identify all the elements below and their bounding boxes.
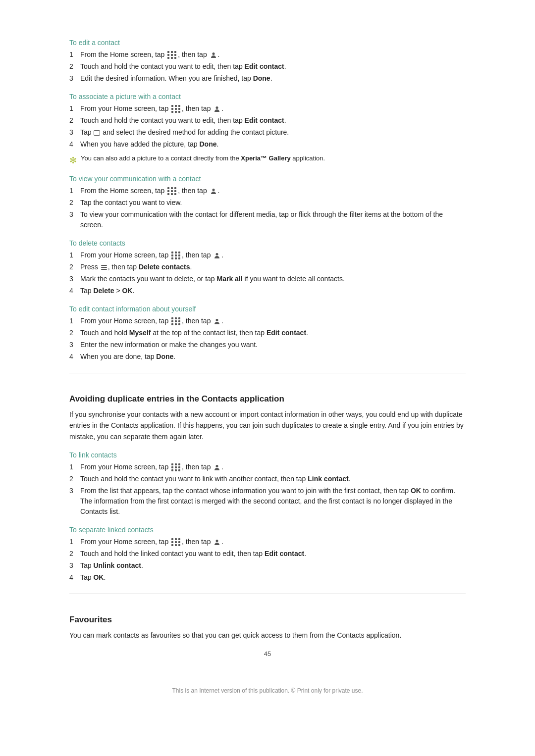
- list-item: 3 Tap and select the desired method for …: [69, 127, 466, 138]
- tip-text: You can also add a picture to a contact …: [81, 154, 325, 162]
- list-item: 4 When you have added the picture, tap D…: [69, 139, 466, 150]
- heading-avoid-duplicates: Avoiding duplicate entries in the Contac…: [69, 394, 466, 404]
- section-title-separate-linked: To separate linked contacts: [69, 526, 466, 534]
- list-item: 3 To view your communication with the co…: [69, 209, 466, 230]
- list-item: 3 From the list that appears, tap the co…: [69, 486, 466, 517]
- section-avoid-duplicates: Avoiding duplicate entries in the Contac…: [69, 373, 466, 442]
- list-item: 3 Edit the desired information. When you…: [69, 73, 466, 84]
- list-item: 1 From your Home screen, tap , then tap …: [69, 537, 466, 547]
- list-item: 3 Mark the contacts you want to delete, …: [69, 274, 466, 284]
- svg-point-2: [212, 189, 214, 191]
- person-icon: [210, 51, 217, 58]
- section-title-delete-contacts: To delete contacts: [69, 239, 466, 247]
- steps-delete-contacts: 1 From your Home screen, tap , then tap …: [69, 250, 466, 296]
- svg-point-1: [216, 106, 218, 109]
- list-item: 2 Touch and hold Myself at the top of th…: [69, 328, 466, 338]
- section-delete-contacts: To delete contacts 1 From your Home scre…: [69, 239, 466, 296]
- list-item: 2 Touch and hold the linked contact you …: [69, 549, 466, 559]
- list-item: 3 Enter the new information or make the …: [69, 340, 466, 350]
- tip-box: ✻ You can also add a picture to a contac…: [69, 154, 466, 166]
- steps-edit-yourself: 1 From your Home screen, tap , then tap …: [69, 316, 466, 362]
- svg-point-3: [216, 253, 218, 255]
- person-icon: [214, 464, 220, 471]
- section-title-view-communication: To view your communication with a contac…: [69, 175, 466, 183]
- grid-icon: [171, 105, 181, 113]
- person-icon: [214, 318, 220, 325]
- person-icon: [210, 188, 217, 195]
- list-item: 2 Tap the contact you want to view.: [69, 198, 466, 208]
- list-item: 1 From your Home screen, tap , then tap …: [69, 462, 466, 472]
- list-item: 2 Touch and hold the contact you want to…: [69, 115, 466, 126]
- list-item: 1 From the Home screen, tap , then tap .: [69, 50, 466, 60]
- section-edit-contact: To edit a contact 1 From the Home screen…: [69, 39, 466, 84]
- steps-associate-picture: 1 From your Home screen, tap , then tap …: [69, 103, 466, 150]
- body-avoid-duplicates: If you synchronise your contacts with a …: [69, 409, 466, 442]
- grid-icon: [167, 51, 177, 59]
- heading-favourites: Favourites: [69, 615, 466, 625]
- steps-edit-contact: 1 From the Home screen, tap , then tap .…: [69, 50, 466, 84]
- section-title-edit-yourself: To edit contact information about yourse…: [69, 305, 466, 313]
- photo-icon: [94, 130, 100, 136]
- section-separate-linked: To separate linked contacts 1 From your …: [69, 526, 466, 583]
- section-title-link-contacts: To link contacts: [69, 451, 466, 459]
- steps-view-communication: 1 From the Home screen, tap , then tap .…: [69, 186, 466, 230]
- grid-icon: [171, 252, 181, 259]
- body-favourites: You can mark contacts as favourites so t…: [69, 630, 466, 641]
- menu-icon: [101, 264, 107, 271]
- svg-point-5: [216, 465, 218, 467]
- list-item: 2 Touch and hold the contact you want to…: [69, 474, 466, 484]
- list-item: 4 Tap Delete > OK.: [69, 286, 466, 296]
- svg-point-6: [216, 540, 218, 542]
- list-item: 2 Touch and hold the contact you want to…: [69, 61, 466, 72]
- section-edit-yourself: To edit contact information about yourse…: [69, 305, 466, 362]
- steps-link-contacts: 1 From your Home screen, tap , then tap …: [69, 462, 466, 517]
- list-item: 1 From your Home screen, tap , then tap …: [69, 103, 466, 114]
- person-icon: [214, 252, 220, 259]
- section-associate-picture: To associate a picture with a contact 1 …: [69, 93, 466, 166]
- person-icon: [214, 105, 220, 112]
- svg-point-4: [216, 319, 218, 321]
- page-number: 45: [69, 650, 466, 657]
- tip-icon: ✻: [69, 155, 77, 166]
- grid-icon: [171, 538, 181, 546]
- person-icon: [214, 539, 220, 546]
- grid-icon: [167, 187, 177, 195]
- svg-point-0: [212, 52, 214, 55]
- list-item: 4 Tap OK.: [69, 572, 466, 583]
- section-favourites: Favourites You can mark contacts as favo…: [69, 594, 466, 641]
- section-title-associate-picture: To associate a picture with a contact: [69, 93, 466, 101]
- page-footer: This is an Internet version of this publ…: [69, 687, 466, 694]
- grid-icon: [171, 463, 181, 471]
- list-item: 4 When you are done, tap Done.: [69, 352, 466, 362]
- section-title-edit-contact: To edit a contact: [69, 39, 466, 47]
- page-content: To edit a contact 1 From the Home screen…: [69, 39, 466, 694]
- grid-icon: [171, 317, 181, 325]
- list-item: 1 From your Home screen, tap , then tap …: [69, 316, 466, 326]
- list-item: 2 Press , then tap Delete contacts.: [69, 262, 466, 272]
- steps-separate-linked: 1 From your Home screen, tap , then tap …: [69, 537, 466, 583]
- section-view-communication: To view your communication with a contac…: [69, 175, 466, 230]
- section-link-contacts: To link contacts 1 From your Home screen…: [69, 451, 466, 517]
- list-item: 1 From your Home screen, tap , then tap …: [69, 250, 466, 260]
- list-item: 1 From the Home screen, tap , then tap .: [69, 186, 466, 196]
- list-item: 3 Tap Unlink contact.: [69, 560, 466, 571]
